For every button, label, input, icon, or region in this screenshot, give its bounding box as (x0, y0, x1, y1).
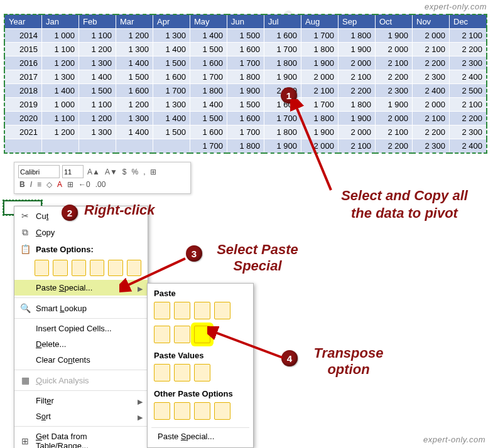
col-header[interactable]: Jan (42, 14, 79, 29)
table-row[interactable]: 20171 3001 4001 5001 6001 7001 8001 9002… (4, 70, 487, 84)
paste-no-borders-icon[interactable] (154, 326, 170, 343)
paste-link-icon[interactable] (174, 402, 190, 420)
table-cell[interactable]: 2 000 (413, 29, 450, 43)
table-cell[interactable]: 1 100 (42, 43, 79, 56)
increase-font-icon[interactable]: A▲ (86, 168, 101, 176)
col-header[interactable]: Jun (227, 14, 264, 29)
menu-delete[interactable]: Delete... (14, 336, 148, 352)
menu-filter[interactable]: Filter ▶ (14, 393, 148, 408)
table-cell[interactable] (4, 139, 42, 154)
table-cell[interactable]: 1 800 (190, 84, 227, 98)
paste-option-icon[interactable] (53, 260, 67, 276)
table-cell[interactable]: 1 900 (264, 70, 301, 84)
table-cell[interactable]: 1 700 (227, 125, 264, 139)
table-cell[interactable]: 2 000 (376, 43, 413, 56)
table-cell[interactable]: 1 900 (339, 112, 376, 125)
table-cell[interactable]: 1 200 (116, 98, 153, 112)
table-cell[interactable]: 1 300 (79, 125, 116, 139)
table-cell[interactable]: 1 900 (301, 56, 339, 70)
table-cell[interactable]: 1 800 (227, 139, 264, 154)
table-cell[interactable]: 2 100 (301, 84, 339, 98)
table-cell[interactable]: 2018 (4, 84, 42, 98)
table-cell[interactable]: 1 500 (190, 112, 227, 125)
table-cell[interactable]: 2017 (4, 70, 42, 84)
table-cell[interactable]: 2 200 (450, 43, 487, 56)
paste-formulas-icon[interactable] (174, 302, 190, 319)
col-header[interactable]: Sep (339, 14, 376, 29)
table-cell[interactable]: 1 500 (153, 125, 190, 139)
table-cell[interactable]: 2 300 (413, 70, 450, 84)
table-cell[interactable]: 1 700 (227, 56, 264, 70)
table-cell[interactable]: 2021 (4, 125, 42, 139)
font-color-icon[interactable]: A (56, 180, 63, 189)
table-cell[interactable]: 2 300 (413, 139, 450, 154)
table-cell[interactable]: 2 400 (413, 84, 450, 98)
table-cell[interactable]: 1 700 (301, 29, 339, 43)
menu-clear-contents[interactable]: Clear Contents (14, 352, 148, 368)
table-cell[interactable]: 1 400 (153, 43, 190, 56)
table-cell[interactable]: 1 300 (42, 70, 79, 84)
table-cell[interactable]: 1 600 (190, 56, 227, 70)
table-cell[interactable]: 1 700 (264, 43, 301, 56)
table-cell[interactable]: 1 000 (42, 29, 79, 43)
table-cell[interactable]: 1 200 (42, 125, 79, 139)
table-cell[interactable]: 2019 (4, 98, 42, 112)
col-header[interactable]: May (190, 14, 227, 29)
table-cell[interactable]: 2 000 (339, 125, 376, 139)
paste-keep-source-icon[interactable] (214, 302, 230, 319)
bold-icon[interactable]: B (18, 180, 26, 189)
paste-keep-widths-icon[interactable] (174, 326, 190, 343)
table-row[interactable]: 20161 2001 3001 4001 5001 6001 7001 8001… (4, 56, 487, 70)
table-cell[interactable]: 2 200 (339, 84, 376, 98)
table-cell[interactable]: 2 100 (450, 98, 487, 112)
paste-option-icon[interactable] (35, 260, 49, 276)
paste-values-source-icon[interactable] (194, 364, 210, 381)
table-cell[interactable]: 1 900 (227, 84, 264, 98)
table-cell[interactable]: 2 400 (450, 70, 487, 84)
currency-icon[interactable]: $ (121, 168, 128, 176)
table-cell[interactable]: 1 700 (153, 84, 190, 98)
paste-option-icon[interactable] (90, 260, 104, 276)
table-cell[interactable]: 1 400 (153, 112, 190, 125)
col-header[interactable]: Year (4, 14, 42, 29)
table-cell[interactable]: 1 700 (190, 70, 227, 84)
table-cell[interactable]: 1 600 (190, 125, 227, 139)
table-cell[interactable]: 2014 (4, 29, 42, 43)
table-cell[interactable]: 2 200 (413, 125, 450, 139)
table-cell[interactable]: 1 100 (79, 98, 116, 112)
table-cell[interactable]: 2 100 (450, 29, 487, 43)
table-cell[interactable]: 1 200 (116, 29, 153, 43)
data-table[interactable]: YearJanFebMarAprMayJunJulAugSepOctNovDec… (4, 14, 487, 154)
table-cell[interactable]: 1 500 (227, 98, 264, 112)
table-cell[interactable]: 1 400 (79, 70, 116, 84)
decrease-font-icon[interactable]: A▼ (104, 168, 119, 176)
table-cell[interactable]: 1 600 (227, 43, 264, 56)
table-cell[interactable] (153, 139, 190, 154)
table-cell[interactable]: 1 500 (153, 56, 190, 70)
table-cell[interactable]: 1 600 (264, 29, 301, 43)
table-cell[interactable]: 1 200 (79, 43, 116, 56)
table-cell[interactable]: 2 100 (376, 56, 413, 70)
table-row[interactable]: 20191 0001 1001 2001 3001 4001 5001 6001… (4, 98, 487, 112)
menu-smart-lookup[interactable]: 🔍 Smart Lookup (14, 300, 148, 316)
col-header[interactable]: Dec (450, 14, 487, 29)
submenu-paste-special-item[interactable]: Paste Special... (151, 427, 249, 445)
paste-all-icon[interactable] (154, 302, 170, 319)
table-cell[interactable]: 2 300 (376, 84, 413, 98)
percent-icon[interactable]: % (130, 168, 139, 176)
col-header[interactable]: Feb (79, 14, 116, 29)
table-cell[interactable]: 1 200 (42, 56, 79, 70)
menu-copy[interactable]: ⧉ Copy (14, 224, 148, 241)
paste-picture-icon[interactable] (194, 402, 210, 420)
table-cell[interactable]: 1 400 (42, 84, 79, 98)
table-cell[interactable]: 2 200 (450, 112, 487, 125)
menu-get-data[interactable]: ⊞ Get Data from Table/Range... (14, 429, 148, 448)
table-cell[interactable]: 1 600 (116, 84, 153, 98)
table-row[interactable]: 20151 1001 2001 3001 4001 5001 6001 7001… (4, 43, 487, 56)
table-cell[interactable]: 1 500 (116, 70, 153, 84)
table-cell[interactable]: 2 000 (339, 56, 376, 70)
table-cell[interactable]: 2015 (4, 43, 42, 56)
table-cell[interactable]: 1 900 (376, 29, 413, 43)
paste-values-icon[interactable] (154, 364, 170, 381)
menu-sort[interactable]: Sort ▶ (14, 408, 148, 424)
